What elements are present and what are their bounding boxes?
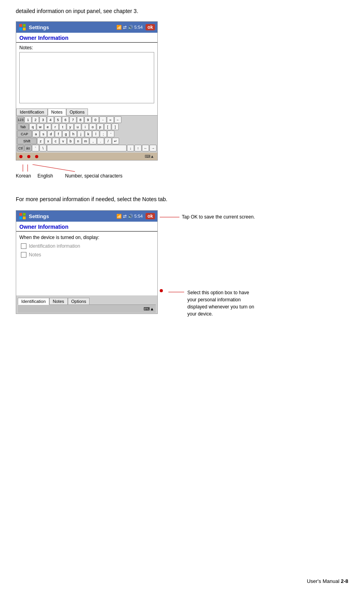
dot-english [27,155,30,158]
page-footer: User's Manual 2-8 [307,578,348,584]
annotation-number: Number, special characters [65,173,122,179]
owner-info-bar-1: Owner Information [16,33,157,43]
option-line [168,292,184,292]
ok-button-1[interactable]: ok [146,24,155,30]
kb-key-z[interactable]: z [37,138,44,144]
tab-identification-2[interactable]: Identification [18,298,49,305]
option-annotation: Select this option box to have your pers… [160,289,254,317]
kb-key-down[interactable]: ↓ [127,145,134,151]
kb-key-minus[interactable]: - [99,116,106,123]
device-screen-1: Settings 📶 ⇄ 🔊 5:54 ok Owner Information… [16,21,158,161]
kb-key-c[interactable]: c [52,138,59,144]
kb-key-0[interactable]: 0 [92,116,99,123]
svg-rect-2 [19,28,22,30]
kb-key-semicolon[interactable]: ; [100,131,107,137]
checkbox-row-identification: Identification information [21,243,154,249]
kb-key-backspace[interactable]: ← [114,116,121,123]
keyboard-tabs-2: Identification Notes Options [18,298,156,305]
kb-key-v[interactable]: v [60,138,67,144]
tab-notes-2[interactable]: Notes [49,298,68,304]
kb-key-up[interactable]: ↑ [134,145,142,151]
annotation-english: English [37,173,53,179]
kb-key-a[interactable]: a [32,131,39,137]
kb-key-9[interactable]: 9 [84,116,91,123]
ok-button-2[interactable]: ok [146,213,155,219]
tab-options-1[interactable]: Options [66,108,88,115]
kb-key-special[interactable]: áü [24,145,32,151]
kb-key-p[interactable]: p [97,123,104,130]
notes-textarea[interactable] [19,52,154,103]
kb-key-backtick[interactable]: ` [32,145,39,151]
kb-key-cap[interactable]: CAP [17,131,32,137]
checkbox-identification[interactable] [21,243,26,249]
kb-key-8[interactable]: 8 [77,116,84,123]
kb-key-g[interactable]: g [62,131,69,137]
keyboard-tabs-1: Identification Notes Options [16,108,157,116]
kb-key-k[interactable]: k [85,131,92,137]
kb-key-shift[interactable]: Shift [17,138,37,144]
kb-key-y[interactable]: y [67,123,74,130]
kb-key-backslash[interactable]: \ [39,145,47,151]
kb-key-h[interactable]: h [70,131,77,137]
kb-key-d[interactable]: d [47,131,54,137]
kb-key-6[interactable]: 6 [62,116,69,123]
checkbox-identification-label: Identification information [29,243,80,249]
kb-key-ctl[interactable]: Ctl [17,145,24,151]
kb-key-t[interactable]: t [59,123,66,130]
kb-key-right[interactable]: → [149,145,157,151]
kb-key-l[interactable]: l [92,131,99,137]
kb-key-o[interactable]: o [89,123,96,130]
volume-icon-2: 🔊 [128,214,133,219]
tap-ok-annotation: Tap OK to save the current screen. [160,214,255,220]
kb-key-comma[interactable]: , [90,138,97,144]
kb-key-m[interactable]: m [82,138,89,144]
first-screen-wrapper: Settings 📶 ⇄ 🔊 5:54 ok Owner Information… [16,21,158,184]
dot-korean [19,155,22,158]
app-title-2: Settings [29,213,116,219]
kb-key-n[interactable]: n [75,138,82,144]
kb-key-5[interactable]: 5 [54,116,62,123]
kb-key-4[interactable]: 4 [47,116,54,123]
kb-key-123[interactable]: 123 [17,116,24,123]
kb-key-3[interactable]: 3 [39,116,47,123]
kb-key-1[interactable]: 1 [24,116,32,123]
kb-key-lbracket[interactable]: [ [104,123,111,130]
owner-info-title-1: Owner Information [19,35,68,41]
kb-key-w[interactable]: w [37,123,44,130]
kb-key-j[interactable]: j [77,131,84,137]
footer-prefix: User's Manual [307,578,341,584]
dot-number [35,155,38,158]
checkbox-notes[interactable] [21,252,26,258]
tab-notes-1[interactable]: Notes [48,108,66,116]
keyboard-toggle-icon-2[interactable]: ⌨▲ [144,306,154,312]
annotation-korean: Korean [16,173,31,179]
tab-identification-1[interactable]: Identification [16,108,48,115]
kb-key-tab[interactable]: Tab [17,123,29,130]
kb-key-s[interactable]: s [40,131,47,137]
kb-key-equals[interactable]: = [107,116,114,123]
kb-key-period[interactable]: . [97,138,104,144]
clock-1: 5:54 [134,25,143,30]
kb-key-slash[interactable]: / [105,138,112,144]
kb-key-space[interactable] [47,145,127,151]
display-when-text: When the device is turned on, display: [19,235,154,240]
kb-key-b[interactable]: b [67,138,74,144]
kb-key-2[interactable]: 2 [32,116,39,123]
kb-key-quote[interactable]: ' [107,131,114,137]
kb-key-7[interactable]: 7 [69,116,77,123]
svg-rect-8 [19,213,22,216]
kb-key-x[interactable]: x [45,138,52,144]
kb-key-q[interactable]: q [29,123,36,130]
kb-key-enter[interactable]: ↵ [112,138,119,144]
kb-key-rbracket[interactable]: ] [112,123,119,130]
tab-options-2[interactable]: Options [68,298,90,304]
kb-key-f[interactable]: f [55,131,62,137]
kb-key-i[interactable]: i [82,123,89,130]
keyboard-toggle-icon[interactable]: ⌨▲ [145,154,154,159]
kb-key-left[interactable]: ← [142,145,149,151]
device-screen-2: Settings 📶 ⇄ 🔊 5:54 ok Owner Information… [16,210,158,314]
kb-key-e[interactable]: e [44,123,51,130]
kb-key-r[interactable]: r [52,123,59,130]
windows-logo-icon [19,23,26,31]
kb-key-u[interactable]: u [74,123,81,130]
